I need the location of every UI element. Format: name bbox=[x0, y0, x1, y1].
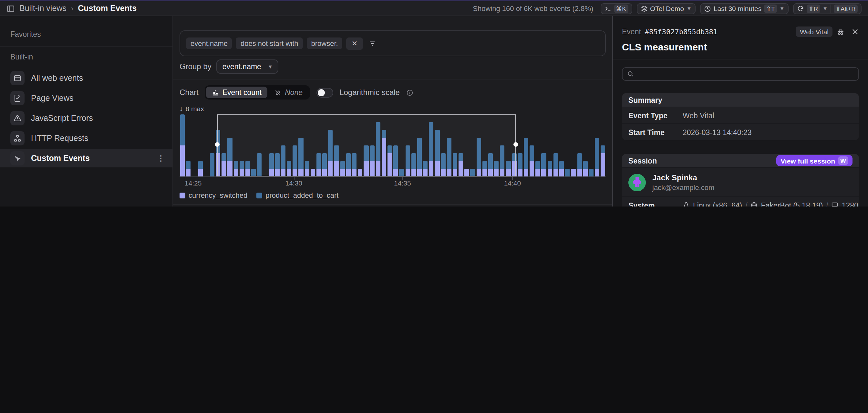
sidebar-item-javascript-errors[interactable]: JavaScript Errors bbox=[0, 109, 173, 127]
terminal-icon bbox=[604, 5, 611, 12]
chart-metric-none[interactable]: None bbox=[269, 87, 308, 98]
breadcrumb-section[interactable]: Built-in views bbox=[20, 4, 66, 13]
info-icon[interactable] bbox=[406, 89, 413, 96]
sidebar-item-label: HTTP Requests bbox=[31, 134, 88, 143]
chart-x-axis: 14:2514:3014:3514:40 bbox=[180, 176, 606, 187]
legend-swatch bbox=[180, 192, 185, 198]
brush-handle-left[interactable] bbox=[215, 143, 220, 147]
sidebar-item-page-views[interactable]: Page Views bbox=[0, 89, 173, 107]
chart-metric-segmented: Event count None bbox=[205, 85, 310, 99]
event-title-heading: CLS measurement bbox=[622, 41, 859, 52]
legend-swatch bbox=[256, 192, 262, 198]
filter-field-pill[interactable]: event.name bbox=[186, 37, 232, 49]
app-window: Built-in views › Custom Events Showing 1… bbox=[0, 0, 868, 206]
logarithmic-scale-toggle[interactable] bbox=[316, 88, 333, 97]
sidebar-item-label: All web events bbox=[31, 73, 83, 82]
session-user-row: Jack Spinka jack@example.com bbox=[622, 168, 859, 197]
panel-divider bbox=[613, 59, 868, 59]
chart-bar[interactable] bbox=[529, 114, 535, 176]
chart-bar[interactable] bbox=[180, 114, 185, 176]
legend-label: currency_switched bbox=[189, 191, 247, 199]
chart-bar[interactable] bbox=[191, 114, 197, 176]
org-selector-button[interactable]: OTel Demo ▼ bbox=[637, 3, 695, 14]
filter-bar[interactable]: event.name does not start with browser. … bbox=[180, 30, 606, 56]
chart-bar[interactable] bbox=[541, 114, 547, 176]
top-bar-actions: Showing 160 of 6K web events (2.8%) ⌘K O… bbox=[473, 3, 862, 14]
legend-item-currency-switched[interactable]: currency_switched bbox=[180, 191, 247, 199]
chart-bar[interactable] bbox=[588, 114, 594, 176]
chart-bar[interactable] bbox=[582, 114, 588, 176]
refresh-button-group[interactable]: ⇧R ▼ ⇧Alt+R bbox=[793, 3, 862, 14]
auto-refresh-kbd: ⇧Alt+R bbox=[833, 4, 858, 12]
events-bar-chart[interactable] bbox=[180, 114, 606, 176]
chart-section-label: Chart bbox=[180, 88, 198, 97]
events-count-status: Showing 160 of 6K web events (2.8%) bbox=[473, 4, 593, 12]
chart-bar[interactable] bbox=[553, 114, 559, 176]
chart-bar[interactable] bbox=[559, 114, 564, 176]
attribute-search[interactable] bbox=[622, 67, 859, 81]
chart-bar[interactable] bbox=[523, 114, 529, 176]
browser-window-icon bbox=[10, 71, 25, 85]
chevron-down-icon: ▼ bbox=[779, 5, 785, 11]
chart-bar[interactable] bbox=[203, 114, 209, 176]
main-content: event.name does not start with browser. … bbox=[173, 16, 612, 206]
favorites-section-label: Favorites bbox=[0, 30, 173, 38]
chart-bar[interactable] bbox=[547, 114, 553, 176]
filter-operator-pill[interactable]: does not start with bbox=[236, 37, 303, 49]
incognito-icon[interactable] bbox=[836, 27, 845, 36]
close-icon[interactable] bbox=[851, 28, 859, 35]
legend-label: product_added_to_cart bbox=[266, 191, 338, 199]
group-by-select[interactable]: event.name ▼ bbox=[217, 59, 279, 74]
sidebar-item-http-requests[interactable]: HTTP Requests bbox=[0, 128, 173, 147]
search-input[interactable] bbox=[638, 69, 854, 79]
filter-value-pill[interactable]: browser. bbox=[307, 37, 343, 49]
chart-bar[interactable] bbox=[564, 114, 570, 176]
chart-bar[interactable] bbox=[197, 114, 203, 176]
sidebar-divider bbox=[0, 46, 173, 47]
brush-handle-right[interactable] bbox=[513, 143, 518, 147]
group-by-label: Group by bbox=[180, 62, 212, 71]
filter-lines-icon[interactable] bbox=[368, 39, 376, 48]
chart-bar[interactable] bbox=[577, 114, 582, 176]
legend-item-product-added-to-cart[interactable]: product_added_to_cart bbox=[256, 191, 338, 199]
arrow-down-icon: ↓ bbox=[180, 105, 183, 113]
event-type-row: Event Type Web Vital bbox=[622, 107, 859, 123]
chart-bar[interactable] bbox=[594, 114, 600, 176]
bar-chart-icon bbox=[212, 89, 219, 96]
sidebar-item-all-web-events[interactable]: All web events bbox=[0, 68, 173, 87]
filter-remove-button[interactable]: ✕ bbox=[346, 37, 363, 50]
section-divider bbox=[173, 79, 612, 80]
chevron-down-icon: ▼ bbox=[268, 64, 273, 69]
chart-metric-event-count[interactable]: Event count bbox=[206, 87, 268, 98]
chart-bar[interactable] bbox=[209, 114, 215, 176]
button-divider bbox=[830, 4, 831, 12]
layers-icon bbox=[640, 5, 647, 12]
user-name: Jack Spinka bbox=[652, 173, 714, 182]
breadcrumb-page-title: Custom Events bbox=[78, 4, 136, 13]
view-full-session-button[interactable]: View full session W bbox=[776, 155, 852, 166]
system-resolution-value: 1280x720 bbox=[842, 201, 859, 206]
session-card: Session View full session W Jack Spinka … bbox=[622, 154, 859, 206]
event-type-value: Web Vital bbox=[683, 112, 714, 119]
group-by-row: Group by event.name ▼ bbox=[180, 59, 606, 74]
time-range-button[interactable]: Last 30 minutes ⇧T ▼ bbox=[700, 3, 788, 14]
sidebar-toggle-icon[interactable] bbox=[6, 4, 15, 12]
time-selection-brush[interactable] bbox=[217, 114, 516, 176]
command-palette-button[interactable]: ⌘K bbox=[600, 3, 632, 14]
page-chart-icon bbox=[10, 91, 25, 105]
kebab-menu-icon[interactable]: ⋮ bbox=[157, 153, 165, 163]
chart-bar[interactable] bbox=[517, 114, 523, 176]
logarithmic-scale-label: Logarithmic scale bbox=[339, 88, 400, 97]
chart-bar[interactable] bbox=[185, 114, 191, 176]
time-range-kbd: ⇧T bbox=[764, 4, 777, 12]
sidebar-item-custom-events[interactable]: Custom Events ⋮ bbox=[0, 149, 173, 168]
chart-bar[interactable] bbox=[600, 114, 606, 176]
chart-bar[interactable] bbox=[570, 114, 577, 176]
warning-triangle-icon bbox=[10, 111, 25, 125]
x-axis-tick-label: 14:35 bbox=[394, 179, 411, 187]
chart-bar[interactable] bbox=[535, 114, 541, 176]
view-full-session-kbd: W bbox=[838, 156, 848, 165]
summary-heading: Summary bbox=[622, 93, 859, 107]
x-axis-tick-label: 14:30 bbox=[285, 179, 302, 187]
sidebar-item-label: Page Views bbox=[31, 93, 73, 102]
